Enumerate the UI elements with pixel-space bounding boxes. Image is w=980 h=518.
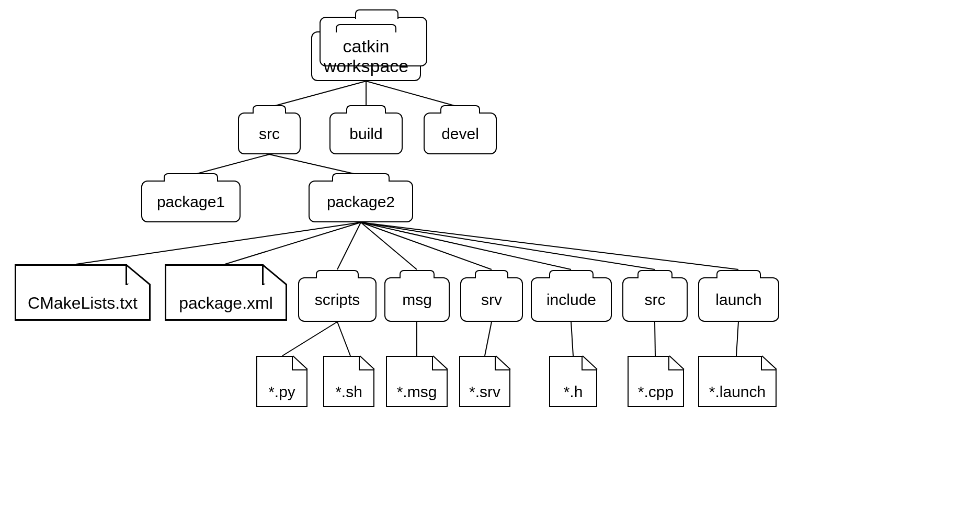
folder-label: devel [441,125,479,142]
file-corner-icon [669,356,684,369]
folder-tab-icon [637,270,673,278]
folder-tab-icon [475,270,509,278]
file-corner-icon [433,356,448,369]
folder-label: scripts [315,291,360,308]
file-py: *.py [256,356,307,407]
file-label: *.srv [469,383,500,401]
file-corner-icon [293,356,307,369]
file-sh: *.sh [323,356,374,407]
folder-scripts: scripts [298,277,377,322]
svg-line-3 [191,154,269,175]
folder-launch: launch [698,277,779,322]
folder-label: src [645,291,666,308]
svg-line-7 [337,222,361,269]
file-launch: *.launch [698,356,777,407]
folder-tab-icon [716,270,761,278]
svg-line-6 [225,222,361,264]
svg-line-5 [76,222,361,264]
folder-label: include [546,291,596,308]
file-corner-icon [496,356,510,369]
folder-src-top: src [238,112,301,154]
folder-label: catkin workspace [324,37,409,76]
folder-tab-icon [332,173,390,182]
folder-label: build [349,125,382,142]
folder-tab-icon [316,270,359,278]
svg-line-18 [655,322,655,356]
svg-line-23 [360,356,374,369]
svg-line-11 [361,222,655,269]
file-corner-icon [583,356,597,369]
file-h: *.h [549,356,597,407]
connector-lines [0,0,980,518]
svg-line-21 [262,264,287,285]
file-label: *.launch [709,383,766,401]
folder-tab-icon [164,173,218,182]
folder-tab-icon [346,105,386,114]
file-cpp: *.cpp [628,356,684,407]
folder-catkin-workspace: catkin workspace [311,31,421,81]
folder-package1: package1 [141,181,241,222]
svg-line-14 [337,322,350,356]
folder-tab-icon [400,270,435,278]
file-cmakelists: CMakeLists.txt [15,264,151,321]
folder-tab-icon [549,270,594,278]
svg-line-0 [269,81,366,107]
folder-srv: srv [460,277,523,322]
svg-line-9 [361,222,492,269]
svg-line-10 [361,222,571,269]
file-label: *.cpp [638,383,674,401]
folder-msg: msg [384,277,450,322]
file-package-xml: package.xml [165,264,287,321]
svg-line-2 [366,81,460,107]
folder-label: package2 [327,193,395,210]
file-label: *.msg [397,383,437,401]
folder-label: package1 [157,193,225,210]
folder-tab-icon [440,105,480,114]
file-srv: *.srv [459,356,510,407]
folder-tab-icon [336,24,396,32]
svg-line-27 [669,356,684,369]
svg-line-4 [269,154,361,175]
svg-line-12 [361,222,738,269]
file-label: *.py [268,383,295,401]
folder-build: build [329,112,403,154]
folder-src-pkg: src [622,277,688,322]
svg-line-20 [126,264,151,285]
svg-line-26 [583,356,597,369]
svg-line-19 [736,322,738,356]
folder-tab-icon [253,105,287,114]
svg-line-22 [293,356,307,369]
folder-label: launch [715,291,761,308]
file-corner-icon [360,356,374,369]
svg-line-17 [571,322,573,356]
folder-label: src [259,125,280,142]
svg-line-13 [282,322,337,356]
file-label: package.xml [179,294,273,313]
folder-label: msg [402,291,432,308]
svg-line-24 [433,356,448,369]
svg-line-28 [762,356,777,369]
folder-package2: package2 [309,181,413,222]
file-corner-icon [762,356,777,369]
file-label: CMakeLists.txt [28,294,138,313]
file-label: *.h [564,383,583,401]
folder-devel: devel [424,112,497,154]
folder-label: srv [481,291,502,308]
svg-line-8 [361,222,417,269]
svg-line-25 [496,356,510,369]
file-label: *.sh [335,383,362,401]
file-msg: *.msg [386,356,448,407]
folder-include: include [531,277,612,322]
svg-line-16 [485,322,492,356]
